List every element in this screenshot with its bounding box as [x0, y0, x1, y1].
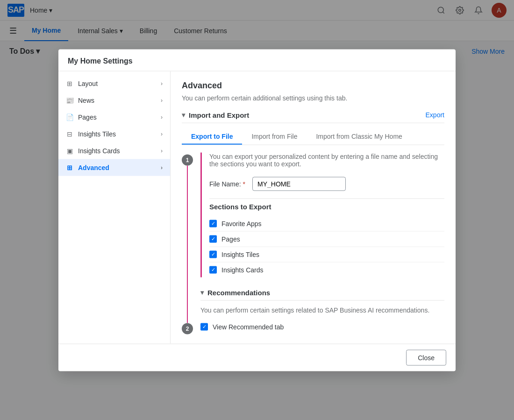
modal-overlay [0, 0, 514, 41]
